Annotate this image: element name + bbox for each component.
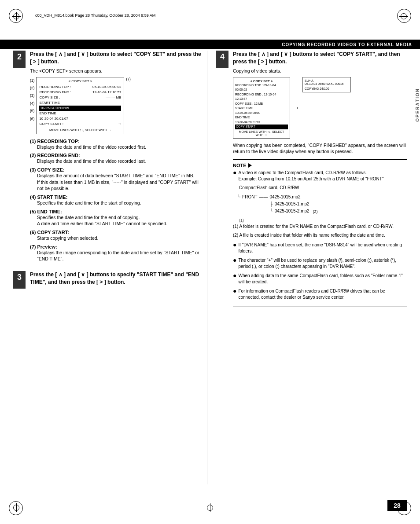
screen-row-copy-start: COPY START : →	[39, 121, 121, 127]
file-tree: └ FRONT —— 0425-1015.mp2 ├ 0425-1015-1.m…	[237, 194, 407, 215]
copy-screen-wrapper: < COPY SET > RECORDING TOP : 05-13-04 05…	[233, 77, 407, 139]
label-3: (3)	[30, 92, 34, 99]
footnote1: (1) A folder is created for the DVR NAME…	[233, 224, 407, 230]
cross-bl	[12, 503, 21, 512]
screen-row-start-value: 10-25-04 20:00:05	[39, 106, 121, 111]
tree-root-num-label: (1)	[239, 218, 407, 223]
step4-number: 4	[216, 51, 228, 68]
step3-heading: Press the [ ∧ ] and [ ∨ ] buttons to spe…	[30, 271, 203, 286]
cross-tr	[399, 12, 408, 21]
label-4: (4)	[30, 100, 34, 107]
screen-row-rec-end: RECORDING END : 12-10-04 12:10:57	[39, 90, 121, 95]
note-triangle-icon	[248, 163, 252, 168]
copy-screen-left-rows: RECORDING TOP : 05-13-04 05:00:02 RECORD…	[235, 83, 288, 129]
sidebar-operation-label: OPERATION	[415, 88, 420, 122]
step2-content: Press the [ ∧ ] and [ ∨ ] buttons to sel…	[30, 51, 203, 265]
copy-screen-left-note: MOVE LINES WITH ↑↓, SELECT WITH ↔	[235, 130, 288, 136]
footnote2: (2) A file is created inside that folder…	[233, 232, 407, 238]
screen-row-start-label: START TIME	[39, 100, 121, 106]
tree-root-label: FRONT	[242, 194, 257, 201]
note-bullet-3: ● The character "+" will be used to repl…	[233, 257, 407, 270]
step2-item-list: (1) RECORDING TOP: Displays the date and…	[30, 139, 203, 263]
tree-root-dash: ——	[259, 194, 268, 201]
label-1: (1)	[30, 77, 34, 84]
note-bullet-5: ● For information on CompactFlash reader…	[233, 288, 407, 301]
step2-left-labels: (1) (2) (3) (4) (5) (6)	[30, 77, 34, 123]
item-3: (3) COPY SIZE: Displays the amount of da…	[30, 167, 203, 192]
note-box: NOTE ● A video is copied to the CompactF…	[233, 159, 407, 307]
item-4: (4) START TIME: Specifies the date and t…	[30, 194, 203, 206]
step4-content: Press the [ ∧ ] and [ ∨ ] buttons to sel…	[233, 51, 407, 311]
screen-row-end-label: END TIME	[39, 111, 121, 116]
file-info: c00_VDH_M814.book Page 28 Thursday, Octo…	[35, 13, 155, 18]
screen-title: < COPY SET >	[39, 79, 121, 83]
copy-arrow: →	[293, 104, 300, 111]
header-title: COPYING RECORDED VIDEOS TO EXTERNAL MEDI…	[282, 42, 412, 47]
copy-set-screen: < COPY SET > RECORDING TOP : 05-10-04 05…	[36, 77, 124, 134]
tree-files: 0425-1015.mp2 ├ 0425-1015-1.mp2 └ 0425-1…	[270, 194, 309, 215]
tree-connector-l: └	[237, 194, 240, 201]
step2-screen-appears: The <COPY SET> screen appears.	[30, 68, 203, 73]
copy-screen-right: SU+ A 05-10-04 05:00:02 AL 00015 COPYING…	[302, 77, 351, 92]
label-7: (7)	[126, 77, 130, 82]
label-5: (5)	[30, 107, 34, 115]
item-5: (5) END TIME: Specifies the date and tim…	[30, 209, 203, 227]
left-column: 2 Press the [ ∧ ] and [ ∨ ] buttons to s…	[13, 51, 203, 484]
screen-row-copy-size: COPY SIZE : -------- MB	[39, 95, 121, 100]
step3-number: 3	[13, 271, 26, 289]
step2-block: 2 Press the [ ∧ ] and [ ∨ ] buttons to s…	[13, 51, 203, 265]
label-6: (6)	[30, 115, 34, 123]
item-1: (1) RECORDING TOP: Displays the date and…	[30, 139, 203, 150]
screen-row-end-value: 10-20-04 20:01:07	[39, 116, 121, 121]
step2-diagram-wrapper: (1) (2) (3) (4) (5) (6) < COPY SET > REC…	[30, 77, 203, 134]
when-done-text: When copying has been completed, "COPY F…	[233, 142, 407, 155]
cross-tl	[12, 12, 21, 21]
note-bullet-2: ● If "DVR NAME" has not been set, the na…	[233, 242, 407, 255]
step2-number: 2	[13, 51, 26, 68]
cross-bc	[206, 503, 214, 512]
right-column: 4 Press the [ ∧ ] and [ ∨ ] buttons to s…	[207, 51, 407, 484]
label-2: (2)	[30, 84, 34, 92]
copying-starts-text: Copying of video starts.	[233, 68, 407, 73]
note-bullet-1: ● A video is copied to the CompactFlash …	[233, 170, 407, 183]
screen-note: MOVE LINES WITH ↑↓, SELECT WITH ↔	[39, 128, 121, 132]
step3-block: 3 Press the [ ∧ ] and [ ∨ ] buttons to s…	[13, 271, 203, 289]
step2-heading: Press the [ ∧ ] and [ ∨ ] buttons to sel…	[30, 51, 203, 66]
item-6: (6) COPY START: Starts copying when sele…	[30, 230, 203, 242]
note-header: NOTE	[233, 163, 407, 168]
screen-row-rec-top: RECORDING TOP : 05-10-04 05:00:02	[39, 84, 121, 90]
copy-screen-right-date: 05-10-04 05:00:02 AL 00015	[305, 82, 349, 85]
step3-content: Press the [ ∧ ] and [ ∨ ] buttons to spe…	[30, 271, 203, 289]
note-label: NOTE	[233, 163, 247, 168]
item-7: (7) Preview: Displays the image correspo…	[30, 244, 203, 262]
copy-screen-left-title: < COPY SET >	[235, 79, 288, 83]
item-2: (2) RECORDING END: Displays the date and…	[30, 153, 203, 165]
file-tree-label: CompactFlash card, CD-R/RW	[239, 185, 407, 190]
header-bar: COPYING RECORDED VIDEOS TO EXTERNAL MEDI…	[0, 40, 420, 49]
copy-screen-left: < COPY SET > RECORDING TOP : 05-13-04 05…	[233, 77, 290, 139]
note-bullet-4: ● When adding data to the same CompactFl…	[233, 273, 407, 286]
step4-block: 4 Press the [ ∧ ] and [ ∨ ] buttons to s…	[216, 51, 407, 311]
copy-screen-right-progress: COPYING 24/100	[305, 87, 349, 90]
page-number: 28	[387, 500, 407, 511]
step4-heading: Press the [ ∧ ] and [ ∨ ] buttons to sel…	[233, 51, 407, 66]
main-content: 2 Press the [ ∧ ] and [ ∨ ] buttons to s…	[13, 51, 407, 484]
tree-file-num: (2)	[313, 209, 318, 215]
